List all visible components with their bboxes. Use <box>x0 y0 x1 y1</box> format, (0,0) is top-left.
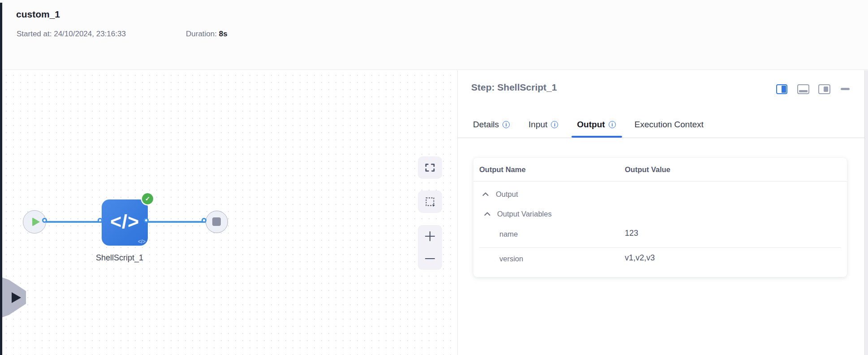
duration-label: Duration: <box>186 30 217 38</box>
table-row-version-value: v1,v2,v3 <box>625 253 655 263</box>
expand-icon <box>425 162 435 173</box>
end-node[interactable] <box>206 211 228 233</box>
tab-execution-context[interactable]: Execution Context <box>635 111 704 138</box>
zoom-in-icon[interactable] <box>424 230 436 242</box>
table-row-version-key: version <box>499 255 523 263</box>
tab-output[interactable]: Output i <box>577 111 615 138</box>
tab-details-label: Details <box>473 120 499 130</box>
duration-value: 8s <box>219 30 228 38</box>
step-node-in-port <box>98 218 103 223</box>
table-row-name-key: name <box>499 230 518 238</box>
info-icon[interactable]: i <box>503 121 510 128</box>
shellscript-step-node[interactable]: </> </> <box>102 199 148 246</box>
fit-to-screen-button[interactable] <box>418 156 442 179</box>
started-at-label: Started at: <box>17 30 52 38</box>
step-tabs: Details i Input i Output i Execution Con… <box>458 111 864 138</box>
code-icon-small: </> <box>138 238 146 245</box>
zoom-controls[interactable] <box>418 225 442 270</box>
left-edge-strip <box>0 3 2 355</box>
step-node-out-port <box>144 218 149 223</box>
success-check-icon: ✓ <box>142 193 153 204</box>
workflow-canvas[interactable]: </> </> ✓ ShellScript_1 <box>0 70 458 355</box>
chevron-up-icon[interactable] <box>484 212 491 216</box>
layout-split-right-icon[interactable] <box>776 84 787 94</box>
layout-float-fill <box>824 87 828 92</box>
layout-split-bottom-icon[interactable] <box>797 84 809 94</box>
marquee-select-icon <box>425 196 436 208</box>
minimize-icon[interactable] <box>841 88 850 90</box>
play-icon <box>32 217 40 226</box>
stop-icon <box>212 217 221 226</box>
tab-execution-context-label: Execution Context <box>635 120 704 130</box>
started-at: Started at: 24/10/2024, 23:16:33 <box>17 30 126 39</box>
layout-split-right-fill <box>782 86 786 93</box>
panel-scrollbar[interactable] <box>864 70 868 355</box>
tab-output-label: Output <box>577 120 605 130</box>
table-divider <box>479 247 841 248</box>
page-title: custom_1 <box>16 9 60 20</box>
end-node-in-port <box>202 218 206 223</box>
zoom-out-icon[interactable] <box>424 253 436 264</box>
info-icon[interactable]: i <box>551 121 558 128</box>
start-node-out-port <box>42 218 47 223</box>
table-divider <box>473 181 847 182</box>
tab-input[interactable]: Input i <box>529 111 558 138</box>
tab-input-label: Input <box>529 120 547 130</box>
chevron-up-icon[interactable] <box>482 192 489 196</box>
column-header-output-value: Output Value <box>625 165 670 174</box>
layout-split-bottom-fill <box>799 90 808 92</box>
step-panel-title: Step: ShellScript_1 <box>471 82 557 93</box>
step-node-label: ShellScript_1 <box>96 253 143 263</box>
run-header: custom_1 Started at: 24/10/2024, 23:16:3… <box>0 0 868 70</box>
duration: Duration: 8s <box>186 30 228 39</box>
layout-float-icon[interactable] <box>818 84 830 94</box>
output-table-card: Output Name Output Value Output Output V… <box>473 158 847 277</box>
table-row-name-value: 123 <box>625 229 638 238</box>
started-at-value: 24/10/2024, 23:16:33 <box>54 30 126 38</box>
table-row-group-output[interactable]: Output <box>496 190 518 199</box>
tab-details[interactable]: Details i <box>473 111 510 138</box>
table-row-group-output-variables[interactable]: Output Variables <box>497 210 552 218</box>
column-header-output-name: Output Name <box>479 165 526 174</box>
marquee-select-button[interactable] <box>418 190 442 213</box>
arrow-right-icon <box>12 292 21 303</box>
step-details-panel: Step: ShellScript_1 Details i Input i Ou… <box>458 70 864 355</box>
info-icon[interactable]: i <box>609 121 616 128</box>
